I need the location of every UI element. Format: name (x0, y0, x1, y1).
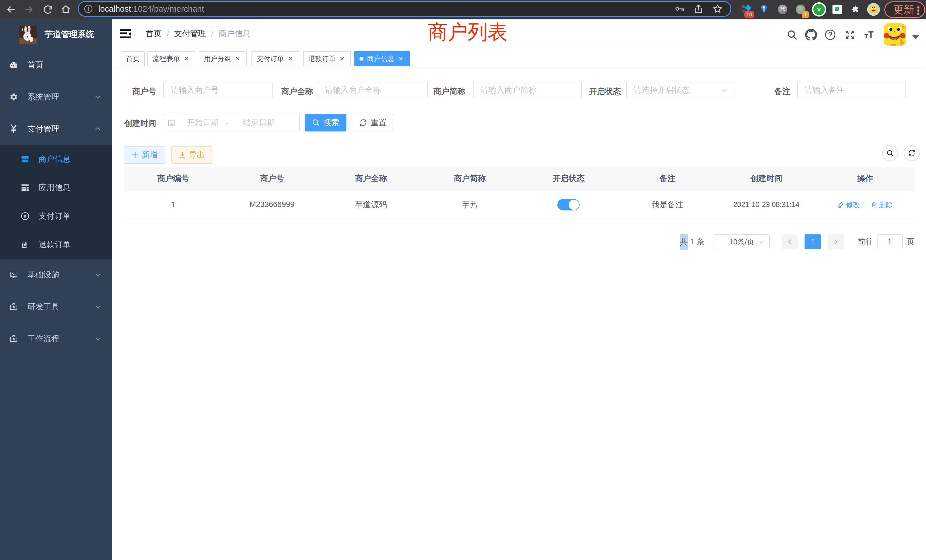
svg-text:⌘: ⌘ (780, 6, 785, 12)
